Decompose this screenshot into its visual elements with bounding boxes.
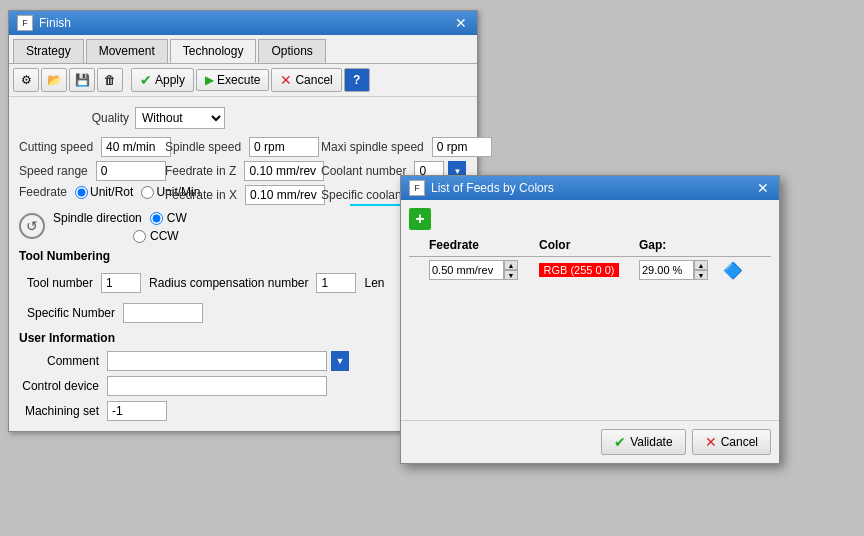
machining-set-label: Machining set [19, 404, 99, 418]
settings-icon: ⚙ [21, 73, 32, 87]
gap-value-input[interactable] [639, 260, 694, 280]
specific-number-input[interactable] [123, 303, 203, 323]
gap-value-spinbox: ▲ ▼ [639, 260, 719, 280]
tab-bar: Strategy Movement Technology Options [9, 35, 477, 64]
main-close-button[interactable]: ✕ [453, 16, 469, 30]
color-cell-container: RGB (255 0 0) [539, 263, 639, 277]
apply-button[interactable]: ✔ Apply [131, 68, 194, 92]
feedrate-unit-rot-text: Unit/Rot [90, 185, 133, 199]
feedrate-unit-min-radio[interactable] [141, 186, 154, 199]
mid-col: Spindle speed Feedrate in Z Feedrate in … [165, 137, 315, 205]
feedrate-label: Feedrate [19, 185, 67, 199]
delete-button[interactable]: 🗑 [97, 68, 123, 92]
gap-increment-btn[interactable]: ▲ [694, 260, 708, 270]
cw-label: CW [167, 211, 187, 225]
feedrate-x-input[interactable] [245, 185, 325, 205]
ccw-row: CCW [53, 229, 187, 243]
table-row: ▲ ▼ RGB (255 0 0) ▲ ▼ 🔷 [409, 257, 771, 283]
gap-decrement-btn[interactable]: ▼ [694, 270, 708, 280]
feeds-close-button[interactable]: ✕ [755, 181, 771, 195]
execute-button[interactable]: ▶ Execute [196, 69, 269, 91]
spindle-direction-group: Spindle direction CW CCW [53, 211, 187, 243]
tool-number-input[interactable] [101, 273, 141, 293]
title-bar-left: F Finish [17, 15, 71, 31]
spindle-speed-row: Spindle speed [165, 137, 315, 157]
add-feed-button[interactable]: + [409, 208, 431, 230]
control-device-input[interactable] [107, 376, 327, 396]
refresh-icon[interactable]: ↺ [19, 213, 45, 239]
comment-label: Comment [19, 354, 99, 368]
feeds-title-left: F List of Feeds by Colors [409, 180, 554, 196]
feedrate-z-label: Feedrate in Z [165, 164, 236, 178]
validate-button[interactable]: ✔ Validate [601, 429, 685, 455]
feeds-window: F List of Feeds by Colors ✕ + Feedrate C… [400, 175, 780, 464]
gap-spinbox-btns: ▲ ▼ [694, 260, 708, 280]
specific-number-label: Specific Number [27, 306, 115, 320]
gap-spinbox: ▲ ▼ [639, 260, 719, 280]
quality-row: Quality Without Rough Finish [19, 107, 467, 129]
feeds-cancel-button[interactable]: ✕ Cancel [692, 429, 771, 455]
help-button[interactable]: ? [344, 68, 370, 92]
feeds-window-icon: F [409, 180, 425, 196]
speed-range-row: Speed range [19, 161, 159, 181]
gap-col-header: Gap: [639, 238, 719, 252]
tool-number-label: Tool number [27, 276, 93, 290]
feedrate-increment-btn[interactable]: ▲ [504, 260, 518, 270]
maxi-spindle-label: Maxi spindle speed [321, 140, 424, 154]
tab-movement[interactable]: Movement [86, 39, 168, 63]
delete-icon: 🗑 [104, 73, 116, 87]
specific-coolant-label: Specific coolant [321, 188, 405, 202]
feeds-footer: ✔ Validate ✕ Cancel [401, 420, 779, 463]
cutting-speed-input[interactable] [101, 137, 171, 157]
feeds-cancel-label: Cancel [721, 435, 758, 449]
color-col-header: Color [539, 238, 639, 252]
speed-range-input[interactable] [96, 161, 166, 181]
feedrate-row: Feedrate Unit/Rot Unit/Min [19, 185, 159, 199]
maxi-spindle-row: Maxi spindle speed [321, 137, 493, 157]
open-button[interactable]: 📂 [41, 68, 67, 92]
control-device-label: Control device [19, 379, 99, 393]
execute-label: Execute [217, 73, 260, 87]
ccw-radio[interactable] [133, 230, 146, 243]
toolbar: ⚙ 📂 💾 🗑 ✔ Apply ▶ Execute ✕ Cancel ? [9, 64, 477, 97]
cancel-button[interactable]: ✕ Cancel [271, 68, 341, 92]
len-label: Len [364, 276, 384, 290]
settings-button[interactable]: ⚙ [13, 68, 39, 92]
speed-range-label: Speed range [19, 164, 88, 178]
feedrate-x-row: Feedrate in X [165, 185, 315, 205]
quality-select[interactable]: Without Rough Finish [135, 107, 225, 129]
cutting-speed-row: Cutting speed [19, 137, 159, 157]
spindle-speed-input[interactable] [249, 137, 319, 157]
color-value[interactable]: RGB (255 0 0) [539, 263, 619, 277]
save-button[interactable]: 💾 [69, 68, 95, 92]
maxi-spindle-input[interactable] [432, 137, 492, 157]
comment-input[interactable] [107, 351, 327, 371]
feedrate-col-header: Feedrate [429, 238, 539, 252]
validate-label: Validate [630, 435, 672, 449]
tab-technology[interactable]: Technology [170, 39, 257, 63]
feedrate-z-input[interactable] [244, 161, 324, 181]
quality-label: Quality [79, 111, 129, 125]
main-title-bar: F Finish ✕ [9, 11, 477, 35]
feedrate-decrement-btn[interactable]: ▼ [504, 270, 518, 280]
apply-check-icon: ✔ [140, 72, 152, 88]
tab-options[interactable]: Options [258, 39, 325, 63]
feedrate-z-row: Feedrate in Z [165, 161, 315, 181]
tab-strategy[interactable]: Strategy [13, 39, 84, 63]
open-icon: 📂 [47, 73, 62, 87]
feeds-cancel-icon: ✕ [705, 434, 717, 450]
execute-icon: ▶ [205, 73, 214, 87]
comment-dropdown-btn[interactable]: ▼ [331, 351, 349, 371]
feeds-content: + Feedrate Color Gap: ▲ ▼ RGB (255 0 [401, 200, 779, 420]
machining-set-input[interactable] [107, 401, 167, 421]
coolant-number-label: Coolant number [321, 164, 406, 178]
feedrate-unit-rot-radio[interactable] [75, 186, 88, 199]
feeds-table-header: Feedrate Color Gap: [409, 234, 771, 257]
delete-row-button[interactable]: 🔷 [723, 261, 743, 280]
cutting-speed-label: Cutting speed [19, 140, 93, 154]
radius-comp-input[interactable] [316, 273, 356, 293]
main-window-title: Finish [39, 16, 71, 30]
ccw-label: CCW [150, 229, 179, 243]
feedrate-value-input[interactable] [429, 260, 504, 280]
cw-radio[interactable] [150, 212, 163, 225]
